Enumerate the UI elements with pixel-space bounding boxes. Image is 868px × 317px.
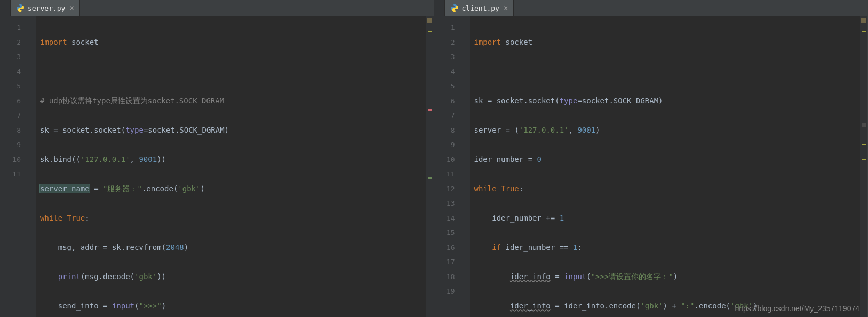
close-icon[interactable]: ×	[69, 4, 74, 12]
tab-server-py[interactable]: server.py ×	[11, 0, 80, 16]
line-gutter-left: 123 456 789 1011	[0, 16, 29, 317]
inspection-indicator-icon[interactable]	[427, 18, 432, 23]
tab-dropdown-right[interactable]	[434, 0, 445, 16]
marker-bar-left[interactable]	[426, 16, 434, 317]
code-area-left[interactable]: import socket # udp协议需将type属性设置为socket.S…	[36, 16, 426, 317]
tab-dropdown-left[interactable]	[0, 0, 11, 16]
tab-bar-left: server.py ×	[0, 0, 434, 16]
close-icon[interactable]: ×	[504, 4, 508, 12]
editor-left[interactable]: 123 456 789 1011 import socket # udp协议需将…	[0, 16, 434, 317]
fold-column-left	[29, 16, 36, 317]
editor-right[interactable]: 123 456 789 101112 131415 161718 19 impo…	[434, 16, 868, 317]
watermark-text: https://blog.csdn.net/My_2357119074	[735, 304, 859, 313]
code-area-right[interactable]: import socket sk = socket.socket(type=so…	[470, 16, 861, 317]
python-file-icon	[450, 4, 459, 12]
inspection-indicator-icon[interactable]	[861, 18, 866, 23]
marker-bar-right[interactable]	[860, 16, 867, 317]
editor-pane-right: client.py × 123 456 789 101112 131415 16…	[434, 0, 869, 317]
fold-column-right	[464, 16, 470, 317]
tab-label: server.py	[28, 4, 65, 12]
tab-label: client.py	[462, 4, 499, 12]
line-gutter-right: 123 456 789 101112 131415 161718 19	[434, 16, 464, 317]
tab-bar-right: client.py ×	[434, 0, 868, 16]
python-file-icon	[16, 4, 25, 12]
tab-client-py[interactable]: client.py ×	[445, 0, 514, 16]
editor-pane-left: server.py × 123 456 789 1011 import sock…	[0, 0, 434, 317]
